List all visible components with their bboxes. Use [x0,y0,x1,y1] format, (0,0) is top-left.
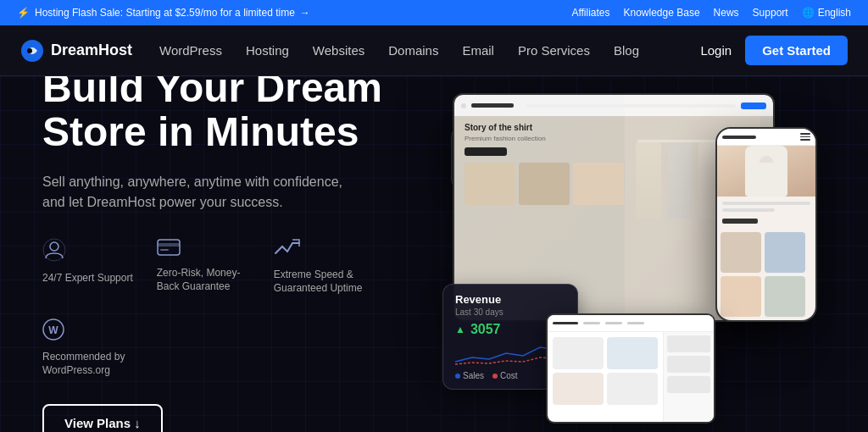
phone-menu-icon [800,133,810,141]
dreamhost-logo-icon [20,39,44,63]
tablet-row-1 [553,337,658,369]
tablet-sidebar [663,332,714,422]
hero-subtitle: Sell anything, anywhere, anytime with co… [42,172,364,213]
login-link[interactable]: Login [700,43,732,58]
site-header-bar [454,95,773,116]
tablet-row-2 [553,373,658,405]
tablet-nav-items [583,322,644,324]
tablet-side-1 [667,335,710,352]
svg-point-1 [27,48,32,53]
tablet-card-4 [607,373,658,405]
svg-point-2 [50,242,58,251]
feature-wordpress-text: Recommended by WordPress.org [42,351,136,377]
hero-devices: Traffic Growth [434,76,826,432]
navbar: DreamHost WordPress Hosting Websites Dom… [0,25,868,76]
nav-websites[interactable]: Websites [313,43,364,58]
phone-logo-bar [722,136,756,139]
phone-price [722,219,758,224]
feature-speed-text: Extreme Speed & Guaranteed Uptime [274,269,367,295]
svg-text:W: W [48,324,58,336]
tablet-mockup [546,313,715,424]
nav-email[interactable]: Email [462,43,494,58]
hero-title-line2: Store in Minutes [42,109,359,154]
svg-rect-6 [160,249,169,251]
feature-wordpress: W Recommended by WordPress.org [42,318,136,377]
globe-icon: 🌐 [802,7,815,19]
phone-content [717,197,815,229]
flash-icon: ⚡ [17,7,30,19]
feature-speed: Extreme Speed & Guaranteed Uptime [274,238,367,295]
tablet-products [548,332,663,422]
language-selector[interactable]: 🌐 English [802,7,851,19]
affiliates-link[interactable]: Affiliates [571,7,609,19]
get-started-button[interactable]: Get Started [745,36,848,65]
legend-cost: Cost [492,371,518,380]
tablet-card-2 [607,337,658,369]
nav-actions: Login Get Started [700,36,848,65]
nav-wordpress[interactable]: WordPress [159,43,222,58]
flash-sale-arrow: → [300,7,310,19]
hero-title: Build Your Dream Store in Minutes [42,76,434,155]
revenue-title: Revenue [455,293,565,306]
tablet-body [548,332,714,422]
nav-domains[interactable]: Domains [388,43,438,58]
wordpress-icon: W [42,318,64,346]
speed-icon [274,238,301,263]
feature-money-back: Zero-Risk, Money-Back Guarantee [157,238,250,295]
logo-text: DreamHost [51,42,132,59]
language-label: English [818,7,851,19]
logo[interactable]: DreamHost [20,39,132,63]
tablet-nav [548,315,714,332]
hero-section: Build Your Dream Store in Minutes Sell a… [0,76,868,432]
phone-text-line-2 [722,208,775,212]
svg-rect-4 [158,240,180,255]
tablet-side-3 [667,376,710,393]
tablet-card-3 [553,373,604,405]
nav-hosting[interactable]: Hosting [246,43,289,58]
nav-blog[interactable]: Blog [614,43,639,58]
phone-thumb-4 [765,276,805,317]
phone-screen [717,129,815,320]
revenue-amount: 3057 [470,322,501,337]
features-list: 24/7 Expert Support Zero-Risk, Money-Bac… [42,238,434,377]
phone-sweater-graphic [745,146,787,197]
card-icon [157,238,181,262]
hero-content: Build Your Dream Store in Minutes Sell a… [42,76,434,432]
feature-money-back-text: Zero-Risk, Money-Back Guarantee [157,267,250,293]
support-icon [42,238,66,267]
flash-sale-text: Hosting Flash Sale: Starting at $2.59/mo… [35,7,295,19]
phone-product-image [717,146,815,197]
top-bar: ⚡ Hosting Flash Sale: Starting at $2.59/… [0,0,868,25]
phone-product-grid [717,229,815,320]
nav-links: WordPress Hosting Websites Domains Email… [159,43,700,58]
news-link[interactable]: News [714,7,739,19]
tablet-side-2 [667,356,710,373]
feature-support-text: 24/7 Expert Support [42,272,133,285]
feature-support: 24/7 Expert Support [42,238,133,295]
tablet-card-1 [553,337,604,369]
phone-thumb-3 [721,276,761,317]
flash-sale-bar: ⚡ Hosting Flash Sale: Starting at $2.59/… [17,7,310,19]
tablet-nav-logo [553,322,578,324]
hero-title-line1: Build Your Dream [42,76,382,110]
nav-pro-services[interactable]: Pro Services [518,43,590,58]
revenue-up-arrow: ▲ [455,324,465,335]
phone-thumb-2 [765,232,805,273]
phone-mockup [715,127,817,322]
top-bar-links: Affiliates Knowledge Base News Support 🌐… [571,7,851,19]
phone-thumb-1 [721,232,761,273]
phone-text-line-1 [722,202,810,205]
support-link[interactable]: Support [753,7,788,19]
knowledge-base-link[interactable]: Knowledge Base [624,7,700,19]
legend-sales: Sales [455,371,484,380]
phone-header [717,129,815,146]
tablet-screen [548,315,714,422]
view-plans-button[interactable]: View Plans ↓ [42,404,163,432]
svg-rect-5 [158,243,180,246]
